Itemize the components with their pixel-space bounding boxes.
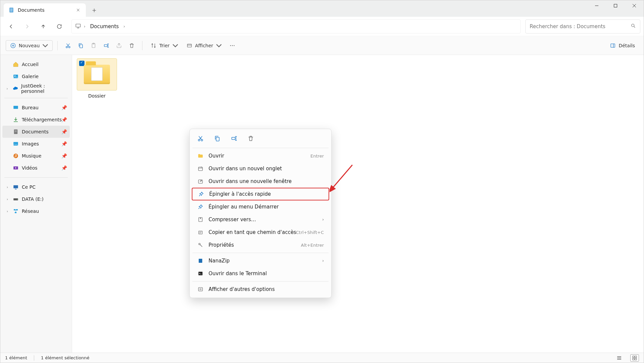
sidebar-item-videos[interactable]: Vidéos 📌 (2, 162, 70, 174)
sort-label: Trier (159, 43, 170, 48)
nanazip-icon (197, 257, 204, 264)
svg-rect-40 (198, 167, 202, 171)
annotation-arrow (330, 162, 356, 196)
sidebar-item-documents[interactable]: Documents 📌 (2, 126, 70, 138)
view-list-button[interactable] (615, 354, 624, 362)
delete-button[interactable] (126, 41, 137, 51)
pin-icon: 📌 (61, 129, 67, 134)
search-box[interactable] (525, 19, 640, 34)
back-button[interactable] (4, 20, 18, 33)
ctx-open-new-window[interactable]: Ouvrir dans une nouvelle fenêtre (192, 175, 329, 188)
close-tab-icon[interactable] (75, 7, 81, 13)
more-button[interactable] (227, 41, 238, 51)
rename-button[interactable] (101, 41, 112, 51)
svg-rect-18 (611, 44, 615, 47)
forward-button[interactable] (20, 20, 35, 33)
sort-button[interactable]: Trier (147, 41, 182, 51)
ctx-pin-quick-access[interactable]: Épingler à l'accès rapide (192, 188, 329, 200)
home-icon (12, 61, 19, 68)
cut-button[interactable] (62, 41, 74, 51)
view-icons-button[interactable] (630, 354, 639, 362)
share-button[interactable] (113, 41, 125, 51)
new-tab-icon (197, 165, 204, 172)
drive-icon (12, 196, 19, 202)
ctx-pin-start[interactable]: Épingler au menu Démarrer (192, 200, 329, 213)
item-label: Dossier (77, 93, 117, 99)
svg-rect-14 (187, 44, 191, 47)
chevron-down-icon (172, 43, 178, 49)
sidebar-item-this-pc[interactable]: › Ce PC (2, 181, 70, 193)
chevron-right-icon[interactable]: › (123, 24, 125, 29)
sidebar-item-pictures[interactable]: Images 📌 (2, 138, 70, 150)
cloud-icon (12, 85, 18, 92)
paste-button[interactable] (88, 41, 99, 51)
ctx-copy-button[interactable] (213, 134, 222, 143)
folder-icon (197, 153, 204, 159)
svg-point-27 (15, 157, 15, 157)
ctx-copy-path[interactable]: Copier en tant que chemin d'accès Ctrl+S… (192, 226, 329, 239)
sidebar-item-gallery[interactable]: Galerie (2, 70, 70, 82)
main-area: Accueil Galerie › JustGeek : personnel B… (0, 55, 644, 353)
sidebar-item-network[interactable]: › Réseau (2, 205, 70, 217)
context-quick-actions (190, 131, 331, 146)
sidebar-item-onedrive[interactable]: › JustGeek : personnel (2, 82, 70, 95)
ctx-delete-button[interactable] (246, 134, 255, 143)
svg-rect-45 (199, 259, 202, 263)
pin-icon: 📌 (61, 117, 67, 122)
network-icon (12, 208, 19, 215)
ctx-show-more[interactable]: Afficher d'autres d'options (192, 283, 329, 296)
window-controls (587, 0, 644, 11)
sidebar-item-desktop[interactable]: Bureau 📌 (2, 102, 70, 114)
up-button[interactable] (36, 20, 51, 33)
svg-point-37 (201, 139, 203, 141)
address-bar[interactable]: › Documents › (71, 19, 521, 34)
ctx-compress[interactable]: Compresser vers… › (192, 213, 329, 226)
new-window-icon (197, 178, 204, 185)
chevron-right-icon[interactable]: › (5, 197, 10, 201)
ctx-terminal[interactable]: Ouvrir dans le Terminal (192, 267, 329, 280)
folder-item[interactable]: Dossier (77, 58, 117, 99)
details-button[interactable]: Détails (606, 41, 638, 51)
chevron-right-icon[interactable]: › (5, 87, 9, 90)
svg-rect-5 (76, 24, 80, 27)
sidebar-item-downloads[interactable]: Téléchargements 📌 (2, 114, 70, 126)
svg-point-9 (69, 46, 70, 48)
new-button[interactable]: Nouveau (6, 40, 53, 51)
ctx-open[interactable]: Ouvrir Entrer (192, 149, 329, 162)
new-tab-button[interactable] (89, 5, 100, 16)
sidebar-item-home[interactable]: Accueil (2, 58, 70, 70)
svg-rect-47 (198, 288, 202, 291)
properties-icon (197, 242, 204, 248)
pin-icon: 📌 (61, 165, 67, 171)
minimize-button[interactable] (587, 0, 606, 11)
tab-documents[interactable]: Documents (4, 3, 86, 17)
chevron-right-icon[interactable]: › (84, 24, 85, 29)
svg-rect-35 (15, 212, 16, 213)
svg-rect-52 (635, 358, 637, 360)
ctx-rename-button[interactable] (229, 134, 239, 143)
maximize-button[interactable] (606, 0, 625, 11)
ctx-properties[interactable]: Propriétés Alt+Entrer (192, 239, 329, 251)
sidebar-item-music[interactable]: Musique 📌 (2, 150, 70, 162)
zip-icon (197, 216, 204, 223)
copy-button[interactable] (75, 41, 86, 51)
view-button[interactable]: Afficher (183, 41, 225, 51)
chevron-right-icon[interactable]: › (5, 185, 10, 189)
ctx-cut-button[interactable] (196, 134, 205, 143)
close-button[interactable] (625, 0, 644, 11)
ctx-nanazip[interactable]: NanaZip › (192, 254, 329, 267)
refresh-button[interactable] (52, 20, 67, 33)
ctx-open-new-tab[interactable]: Ouvrir dans un nouvel onglet (192, 162, 329, 175)
svg-rect-21 (13, 106, 18, 109)
terminal-icon (197, 270, 204, 277)
svg-rect-46 (198, 272, 202, 276)
sidebar-item-drive-e[interactable]: › DATA (E:) (2, 193, 70, 205)
desktop-icon (12, 104, 19, 111)
sidebar: Accueil Galerie › JustGeek : personnel B… (0, 55, 72, 353)
breadcrumb-current[interactable]: Documents (88, 22, 121, 31)
pictures-icon (12, 140, 19, 147)
search-input[interactable] (530, 23, 631, 29)
chevron-right-icon[interactable]: › (5, 209, 10, 213)
content-area[interactable]: Dossier Ouvrir Entrer Ouvrir (72, 55, 644, 353)
status-bar: 1 élément 1 élément sélectionné (0, 353, 644, 363)
